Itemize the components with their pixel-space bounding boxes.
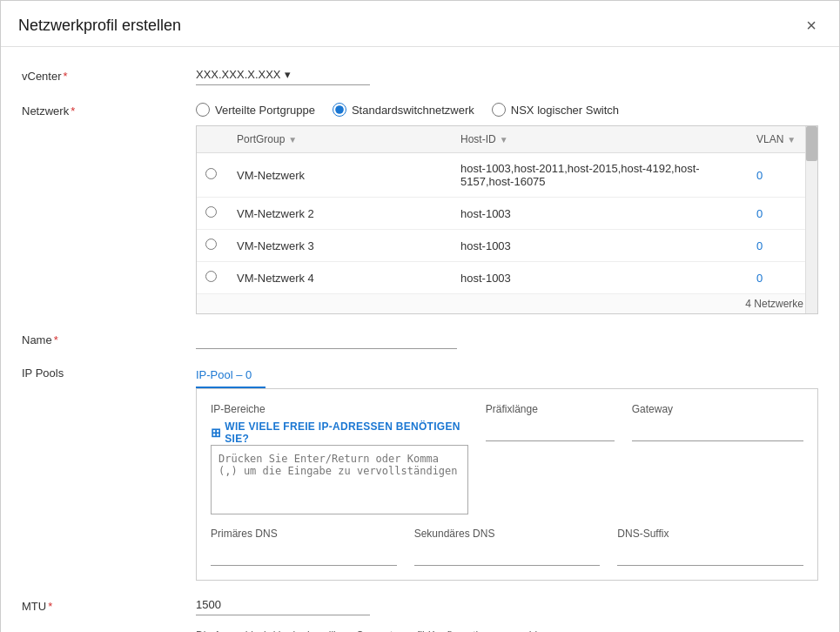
praefixlaenge-input[interactable] bbox=[486, 420, 615, 441]
vcenter-control: XXX.XXX.X.XXX ▾ bbox=[196, 64, 818, 85]
dns-row: Primäres DNS Sekundäres DNS DNS-Suffix bbox=[211, 528, 803, 566]
network-table-wrapper: PortGroup ▼ Host-ID ▼ bbox=[196, 125, 818, 314]
primaeres-dns-label: Primäres DNS bbox=[211, 528, 397, 540]
create-network-profile-modal: Netzwerkprofil erstellen × vCenter* XXX.… bbox=[0, 0, 840, 632]
mtu-row: MTU* bbox=[22, 595, 818, 615]
row3-radio-cell[interactable] bbox=[197, 230, 228, 262]
gateway-label: Gateway bbox=[632, 403, 803, 415]
col-portgroup-header: PortGroup ▼ bbox=[228, 126, 452, 153]
sekundaeres-dns-input[interactable] bbox=[414, 545, 601, 566]
row2-radio[interactable] bbox=[205, 206, 217, 218]
row4-radio[interactable] bbox=[205, 271, 217, 282]
table-row: VM-Netzwerk 2 host-1003 0 bbox=[197, 198, 817, 230]
name-input[interactable] bbox=[196, 328, 457, 349]
ip-pool-body: IP-Bereiche ⊞ WIE VIELE FREIE IP-ADRESSE… bbox=[196, 388, 818, 581]
dns-suffix-label: DNS-Suffix bbox=[617, 528, 803, 540]
modal-body: vCenter* XXX.XXX.X.XXX ▾ Netzwerk* Verte… bbox=[1, 47, 839, 632]
radio-standard-label: Standardswitchnetzwerk bbox=[352, 104, 474, 117]
name-label: Name* bbox=[22, 328, 196, 346]
radio-standard[interactable]: Standardswitchnetzwerk bbox=[333, 103, 474, 117]
row4-hostid: host-1003 bbox=[452, 262, 748, 294]
row2-hostid: host-1003 bbox=[452, 198, 748, 230]
table-row: VM-Netzwerk 4 host-1003 0 bbox=[197, 262, 817, 294]
radio-nsx[interactable]: NSX logischer Switch bbox=[492, 103, 619, 117]
ip-textarea[interactable] bbox=[211, 445, 468, 514]
vcenter-label: vCenter* bbox=[22, 64, 196, 83]
close-button[interactable]: × bbox=[801, 15, 822, 36]
modal-title: Netzwerkprofil erstellen bbox=[18, 17, 181, 35]
vlan-filter-icon[interactable]: ▼ bbox=[787, 135, 796, 145]
gateway-input[interactable] bbox=[632, 420, 803, 441]
col-hostid-header: Host-ID ▼ bbox=[452, 126, 748, 153]
primaeres-dns-section: Primäres DNS bbox=[211, 528, 397, 566]
grid-icon: ⊞ bbox=[211, 426, 221, 440]
vcenter-value: XXX.XXX.X.XXX bbox=[196, 68, 281, 81]
dns-suffix-input[interactable] bbox=[617, 545, 803, 566]
table-scrollbar[interactable] bbox=[805, 126, 817, 313]
mtu-input[interactable] bbox=[196, 595, 370, 615]
row1-radio[interactable] bbox=[205, 168, 217, 179]
sekundaeres-dns-label: Sekundäres DNS bbox=[414, 528, 601, 540]
radio-verteilte-input[interactable] bbox=[196, 103, 210, 117]
gateway-section: Gateway bbox=[632, 403, 803, 517]
radio-verteilte[interactable]: Verteilte Portgruppe bbox=[196, 103, 315, 117]
ip-pools-label: IP Pools bbox=[22, 363, 196, 380]
name-row: Name* bbox=[22, 328, 818, 349]
network-table: PortGroup ▼ Host-ID ▼ bbox=[197, 126, 817, 293]
row1-portgroup: VM-Netzwerk bbox=[228, 153, 452, 198]
hostid-filter-icon[interactable]: ▼ bbox=[500, 135, 508, 145]
row1-radio-cell[interactable] bbox=[197, 153, 228, 198]
radio-verteilte-label: Verteilte Portgruppe bbox=[215, 104, 315, 117]
table-row: VM-Netzwerk 3 host-1003 0 bbox=[197, 230, 817, 262]
network-radio-group: Verteilte Portgruppe Standardswitchnetzw… bbox=[196, 99, 818, 117]
row4-portgroup: VM-Netzwerk 4 bbox=[228, 262, 452, 294]
ip-bereiche-label: IP-Bereiche bbox=[211, 403, 468, 415]
dns-suffix-section: DNS-Suffix bbox=[617, 528, 803, 566]
row3-radio[interactable] bbox=[205, 239, 217, 250]
row2-portgroup: VM-Netzwerk 2 bbox=[228, 198, 452, 230]
col-radio-header bbox=[197, 126, 228, 153]
vcenter-row: vCenter* XXX.XXX.X.XXX ▾ bbox=[22, 64, 818, 85]
radio-nsx-input[interactable] bbox=[492, 103, 506, 117]
name-control bbox=[196, 328, 818, 349]
ip-pool-main-row: IP-Bereiche ⊞ WIE VIELE FREIE IP-ADRESSE… bbox=[211, 403, 803, 517]
primaeres-dns-input[interactable] bbox=[211, 545, 397, 566]
ip-link[interactable]: ⊞ WIE VIELE FREIE IP-ADRESSEN BENÖTIGEN … bbox=[211, 420, 468, 445]
row3-portgroup: VM-Netzwerk 3 bbox=[228, 230, 452, 262]
row2-radio-cell[interactable] bbox=[197, 198, 228, 230]
scrollbar-thumb bbox=[806, 126, 817, 161]
ip-pool-tab[interactable]: IP-Pool – 0 bbox=[196, 363, 265, 388]
radio-nsx-label: NSX logischer Switch bbox=[511, 104, 619, 117]
network-row: Netzwerk* Verteilte Portgruppe Standards… bbox=[22, 99, 818, 314]
row1-hostid: host-1003,host-2011,host-2015,host-4192,… bbox=[452, 153, 748, 198]
mtu-control bbox=[196, 595, 818, 615]
vcenter-dropdown[interactable]: XXX.XXX.X.XXX ▾ bbox=[196, 64, 370, 85]
sekundaeres-dns-section: Sekundäres DNS bbox=[414, 528, 601, 566]
chevron-down-icon: ▾ bbox=[285, 68, 291, 81]
ip-pool-container: IP-Pool – 0 IP-Bereiche ⊞ WIE VIELE FREI… bbox=[196, 363, 818, 581]
praefixlaenge-label: Präfixlänge bbox=[486, 403, 615, 415]
row4-radio-cell[interactable] bbox=[197, 262, 228, 294]
portgroup-filter-icon[interactable]: ▼ bbox=[288, 135, 297, 145]
modal-header: Netzwerkprofil erstellen × bbox=[1, 1, 839, 47]
radio-standard-input[interactable] bbox=[333, 103, 346, 117]
network-control: Verteilte Portgruppe Standardswitchnetzw… bbox=[196, 99, 818, 314]
ip-pools-row: IP Pools IP-Pool – 0 IP-Bereiche ⊞ WIE V… bbox=[22, 363, 818, 581]
network-label: Netzwerk* bbox=[22, 99, 196, 118]
ip-bereiche-section: IP-Bereiche ⊞ WIE VIELE FREIE IP-ADRESSE… bbox=[211, 403, 468, 517]
row3-hostid: host-1003 bbox=[452, 230, 748, 262]
praefixlaenge-section: Präfixlänge bbox=[486, 403, 615, 517]
table-row: VM-Netzwerk host-1003,host-2011,host-201… bbox=[197, 153, 817, 198]
mtu-label: MTU* bbox=[22, 595, 196, 613]
table-footer: 4 Netzwerke bbox=[197, 293, 817, 313]
